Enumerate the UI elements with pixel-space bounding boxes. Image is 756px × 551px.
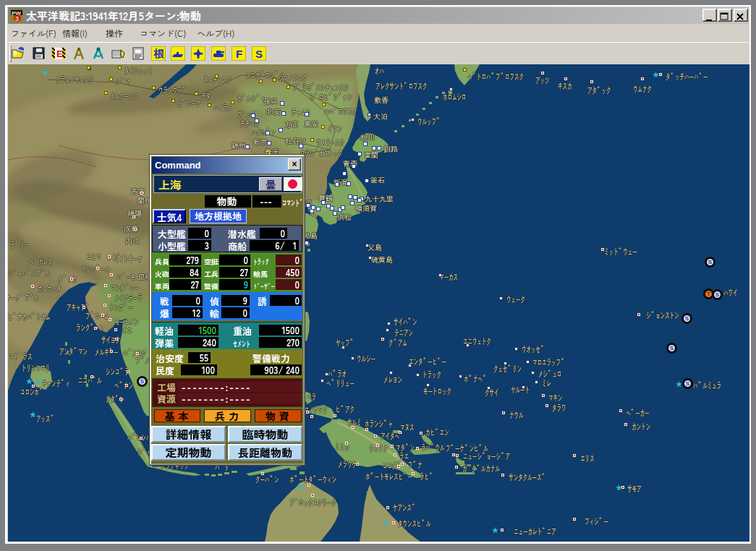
svg-text:3: 3 — [15, 15, 19, 22]
svg-text:E: E — [56, 48, 63, 59]
svg-text:F: F — [236, 48, 242, 60]
svg-text:S: S — [255, 48, 263, 60]
svg-text:根: 根 — [153, 46, 164, 61]
